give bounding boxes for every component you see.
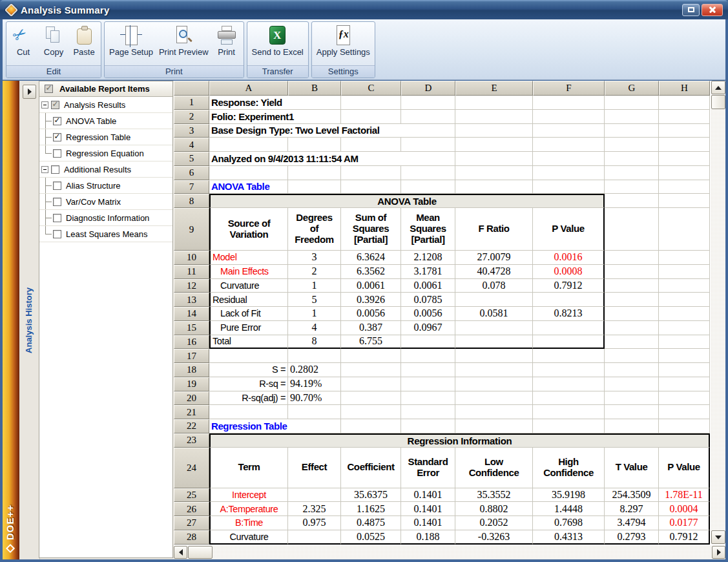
cell-F11[interactable]: 0.0008 — [533, 265, 605, 279]
cell-F6[interactable] — [533, 166, 605, 180]
cell-B12[interactable]: 1 — [288, 279, 341, 293]
row-header-1[interactable]: 1 — [174, 96, 209, 110]
apply-settings-button[interactable]: Apply Settings — [314, 23, 373, 65]
cell-D21[interactable] — [401, 405, 455, 419]
cell-F7[interactable] — [533, 180, 605, 194]
send-to-excel-button[interactable]: Send to Excel — [249, 23, 306, 65]
row-header-12[interactable]: 12 — [174, 279, 209, 293]
cell-E15[interactable] — [455, 321, 533, 335]
cell-F24[interactable]: High Confidence — [533, 448, 605, 488]
row-header-20[interactable]: 20 — [174, 391, 209, 406]
cell-B25[interactable] — [288, 488, 341, 503]
cell-F20[interactable] — [533, 391, 605, 406]
cell-C10[interactable]: 6.3624 — [341, 251, 401, 265]
row-header-27[interactable]: 27 — [174, 516, 209, 530]
row-header-6[interactable]: 6 — [174, 166, 209, 180]
cell-D6[interactable] — [401, 166, 455, 180]
page-setup-button[interactable]: Page Setup — [107, 23, 156, 65]
var-cov-matrix-checkbox[interactable] — [53, 198, 61, 206]
cell-E25[interactable]: 35.3552 — [455, 488, 533, 503]
collapse-expander-icon[interactable] — [41, 166, 48, 173]
cell-F19[interactable] — [533, 377, 605, 391]
cell-C24[interactable]: Coefficient — [341, 448, 401, 488]
cell-D27[interactable]: 0.1401 — [401, 516, 455, 530]
cell-A14[interactable]: Lack of Fit — [209, 307, 288, 321]
cell-C19[interactable] — [341, 377, 401, 391]
cell-B13[interactable]: 5 — [288, 293, 341, 307]
cell-E1[interactable] — [455, 96, 533, 110]
cell-H13[interactable] — [659, 293, 710, 307]
alias-structure-checkbox[interactable] — [53, 182, 61, 190]
cell-A5[interactable]: Analyzed on 9/4/2013 11:11:54 AM — [209, 152, 455, 166]
cell-A27[interactable]: B:Time — [209, 516, 288, 530]
cell-A13[interactable]: Residual — [209, 293, 288, 307]
row-header-16[interactable]: 16 — [174, 335, 209, 349]
cell-H15[interactable] — [659, 321, 710, 335]
cell-A8[interactable]: ANOVA Table — [209, 194, 605, 208]
cell-G18[interactable] — [605, 363, 659, 377]
cell-G26[interactable]: 8.297 — [605, 502, 659, 516]
cell-C9[interactable]: Sum of Squares [Partial] — [341, 208, 401, 251]
row-header-10[interactable]: 10 — [174, 251, 209, 265]
cell-E18[interactable] — [455, 363, 533, 377]
horizontal-scrollbar[interactable] — [174, 545, 725, 559]
tree-item-anova-table[interactable]: ANOVA Table — [39, 113, 172, 129]
cell-E19[interactable] — [455, 377, 533, 391]
regression-equation-checkbox[interactable] — [53, 149, 61, 158]
report-items-header-checkbox[interactable] — [45, 85, 53, 93]
close-button[interactable] — [702, 4, 723, 16]
cell-F10[interactable]: 0.0016 — [533, 251, 605, 265]
cell-A10[interactable]: Model — [209, 251, 288, 265]
cell-C26[interactable]: 1.1625 — [341, 502, 401, 516]
cell-F9[interactable]: P Value — [533, 208, 605, 251]
row-header-18[interactable]: 18 — [174, 363, 209, 377]
cell-F1[interactable] — [533, 96, 605, 110]
additional-results-checkbox[interactable] — [51, 165, 59, 174]
cell-H1[interactable] — [659, 96, 710, 110]
cell-D12[interactable]: 0.0061 — [401, 279, 455, 293]
scroll-right-button[interactable] — [712, 546, 725, 559]
paste-button[interactable]: Paste — [69, 23, 99, 65]
cell-F4[interactable] — [533, 138, 605, 152]
row-header-3[interactable]: 3 — [174, 124, 209, 138]
cell-E12[interactable]: 0.078 — [455, 279, 533, 293]
cell-E9[interactable]: F Ratio — [455, 208, 533, 251]
cell-E4[interactable] — [455, 138, 533, 152]
row-header-17[interactable]: 17 — [174, 349, 209, 363]
cell-F25[interactable]: 35.9198 — [533, 488, 605, 503]
tree-item-var-cov-matrix[interactable]: Var/Cov Matrix — [39, 194, 172, 210]
cell-B17[interactable] — [288, 349, 341, 363]
col-header-H[interactable]: H — [659, 81, 710, 96]
cell-G1[interactable] — [605, 96, 659, 110]
cell-E22[interactable] — [455, 419, 533, 433]
cell-F3[interactable] — [533, 124, 605, 138]
cell-F18[interactable] — [533, 363, 605, 377]
cell-G4[interactable] — [605, 138, 659, 152]
row-header-9[interactable]: 9 — [174, 208, 209, 251]
cell-E11[interactable]: 40.4728 — [455, 265, 533, 279]
cell-A2[interactable]: Folio: Experiment1 — [209, 110, 341, 124]
cell-H2[interactable] — [659, 110, 710, 124]
row-header-23[interactable]: 23 — [174, 433, 209, 448]
cell-H18[interactable] — [659, 363, 710, 377]
cell-A3[interactable]: Base Design Type: Two Level Factorial — [209, 124, 455, 138]
cell-H20[interactable] — [659, 391, 710, 406]
cell-A24[interactable]: Term — [209, 448, 288, 488]
cell-E17[interactable] — [455, 349, 533, 363]
cell-E10[interactable]: 27.0079 — [455, 251, 533, 265]
col-header-C[interactable]: C — [341, 81, 401, 96]
cell-B4[interactable] — [288, 138, 341, 152]
cell-B18[interactable]: 0.2802 — [288, 363, 341, 377]
cell-F28[interactable]: 0.4313 — [533, 530, 605, 545]
cell-F16[interactable] — [533, 335, 605, 349]
cell-G2[interactable] — [605, 110, 659, 124]
regression-table-checkbox[interactable] — [53, 133, 61, 141]
cell-A7[interactable]: ANOVA Table — [209, 180, 288, 194]
cell-B14[interactable]: 1 — [288, 307, 341, 321]
print-button[interactable]: Print — [212, 23, 242, 65]
tree-item-regression-table[interactable]: Regression Table — [39, 129, 172, 145]
col-header-D[interactable]: D — [401, 81, 455, 96]
cell-A15[interactable]: Pure Error — [209, 321, 288, 335]
cell-E24[interactable]: Low Confidence — [455, 448, 533, 488]
scroll-left-button[interactable] — [174, 546, 187, 559]
